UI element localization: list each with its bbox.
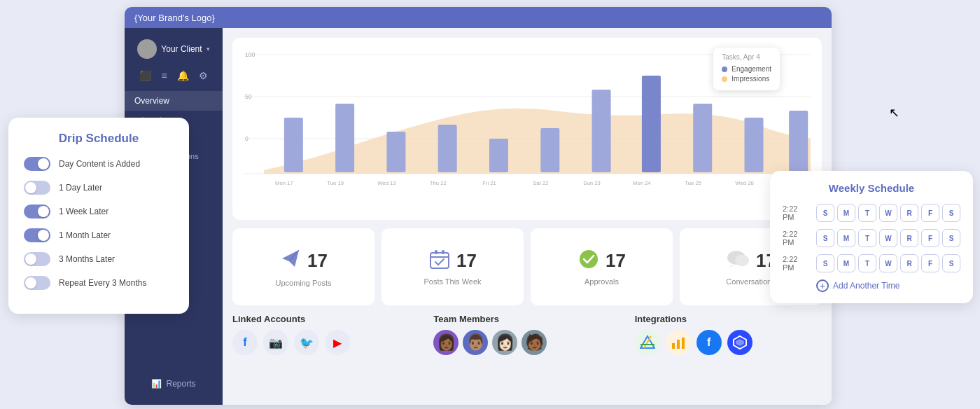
team-members-section: Team Members 👩🏾 👨🏽 👩🏻 🧑🏾 <box>433 314 620 355</box>
stat-number-upcoming: 17 <box>307 250 328 272</box>
team-avatars: 👩🏾 👨🏽 👩🏻 🧑🏾 <box>433 330 620 355</box>
day-T3[interactable]: T <box>858 254 876 272</box>
youtube-icon: ▶ <box>333 336 342 349</box>
sidebar-icon-row: ⬛ ≡ 🔔 ⚙ <box>139 70 207 81</box>
day-F1[interactable]: F <box>921 204 939 222</box>
day-S2[interactable]: S <box>942 204 960 222</box>
svg-text:0: 0 <box>245 135 248 142</box>
toggle-1day[interactable] <box>24 181 50 195</box>
chevron-down-icon: ▾ <box>206 46 210 53</box>
day-T2[interactable]: T <box>858 229 876 247</box>
day-S3[interactable]: S <box>816 229 834 247</box>
day-W3[interactable]: W <box>879 254 897 272</box>
sidebar-client[interactable]: Your Client ▾ <box>137 39 209 59</box>
svg-point-22 <box>580 250 598 268</box>
day-M3[interactable]: M <box>837 254 855 272</box>
main-content: Tasks, Apr 4 Engagement Impressions <box>223 28 832 405</box>
toggle-3months[interactable] <box>24 252 50 266</box>
list-icon[interactable]: ≡ <box>161 70 167 81</box>
toggle-1month[interactable] <box>24 228 50 242</box>
day-S6[interactable]: S <box>942 254 960 272</box>
drip-label-0: Day Content is Added <box>59 159 140 169</box>
day-S5[interactable]: S <box>816 254 834 272</box>
bar-3 <box>386 132 405 172</box>
window-title: {Your Brand's Logo} <box>134 13 215 23</box>
social-twitter[interactable]: 🐦 <box>294 330 319 355</box>
svg-text:Tue 25: Tue 25 <box>685 180 701 186</box>
day-S4[interactable]: S <box>942 229 960 247</box>
schedule-time-1: 2:22 PM <box>783 230 811 247</box>
svg-text:Mon 24: Mon 24 <box>633 180 651 186</box>
bar-6 <box>540 128 559 172</box>
day-T1[interactable]: T <box>858 204 876 222</box>
analytics-icon <box>671 335 686 350</box>
day-buttons-1: S M T W R F S <box>816 229 960 247</box>
social-youtube[interactable]: ▶ <box>325 330 350 355</box>
stat-approvals: 17 Approvals <box>531 228 673 305</box>
svg-text:Wed 13: Wed 13 <box>377 180 396 186</box>
day-M1[interactable]: M <box>837 204 855 222</box>
toggle-repeat[interactable] <box>24 276 50 290</box>
svg-rect-30 <box>682 338 685 349</box>
tooltip-impressions: Impressions <box>722 75 771 83</box>
day-R1[interactable]: R <box>900 204 918 222</box>
sidebar-item-reports[interactable]: 📊 Reports <box>141 374 205 394</box>
day-F2[interactable]: F <box>921 229 939 247</box>
sidebar-item-overview[interactable]: Overview <box>125 91 223 111</box>
svg-rect-28 <box>672 343 675 349</box>
day-buttons-2: S M T W R F S <box>816 254 960 272</box>
weekly-schedule-card: Weekly Schedule 2:22 PM S M T W R F S 2:… <box>770 171 973 303</box>
drip-item-4: 3 Months Later <box>24 252 174 266</box>
engagement-dot <box>722 67 727 72</box>
day-R2[interactable]: R <box>900 229 918 247</box>
tooltip-title: Tasks, Apr 4 <box>722 53 771 61</box>
integration-icons: f <box>635 330 822 355</box>
day-M2[interactable]: M <box>837 229 855 247</box>
schedule-row-1: 2:22 PM S M T W R F S <box>783 229 960 247</box>
stat-main-conversations: 17 <box>725 248 776 273</box>
svg-marker-32 <box>736 339 744 346</box>
integration-analytics[interactable] <box>666 330 691 355</box>
schedule-row-2: 2:22 PM S M T W R F S <box>783 254 960 272</box>
day-W2[interactable]: W <box>879 229 897 247</box>
svg-text:Sat 22: Sat 22 <box>533 180 548 186</box>
bar-9 <box>693 104 712 172</box>
social-facebook[interactable]: f <box>232 330 258 355</box>
toggle-day-content[interactable] <box>24 157 50 171</box>
svg-point-24 <box>735 255 749 266</box>
drip-schedule-title: Drip Schedule <box>24 132 174 146</box>
svg-line-26 <box>644 336 651 348</box>
stat-label-week: Posts This Week <box>424 277 481 286</box>
linked-accounts-section: Linked Accounts f 📷 🐦 ▶ <box>232 314 419 355</box>
day-F3[interactable]: F <box>921 254 939 272</box>
facebook-integration-icon: f <box>707 336 710 349</box>
svg-text:100: 100 <box>245 51 255 58</box>
social-instagram[interactable]: 📷 <box>263 330 288 355</box>
toggle-1week[interactable] <box>24 204 50 219</box>
engagement-label: Engagement <box>732 65 771 73</box>
add-time-label: Add Another Time <box>833 281 899 291</box>
twitter-icon: 🐦 <box>300 336 314 349</box>
integration-facebook[interactable]: f <box>696 330 722 355</box>
client-name: Your Client <box>161 44 202 54</box>
bar-8 <box>642 76 661 172</box>
day-W1[interactable]: W <box>879 204 897 222</box>
svg-text:Wed 28: Wed 28 <box>735 180 754 186</box>
weekly-schedule-title: Weekly Schedule <box>783 182 960 194</box>
add-another-time[interactable]: + Add Another Time <box>783 279 960 292</box>
drip-label-2: 1 Week Later <box>59 207 108 216</box>
stat-upcoming-posts: 17 Upcoming Posts <box>232 228 374 305</box>
integrations-title: Integrations <box>635 314 822 324</box>
day-R3[interactable]: R <box>900 254 918 272</box>
sidebar-bottom: 📊 Reports <box>141 374 205 394</box>
day-S1[interactable]: S <box>816 204 834 222</box>
team-member-1: 👩🏾 <box>433 330 458 355</box>
team-member-4: 🧑🏾 <box>522 330 547 355</box>
drip-schedule-card: Drip Schedule Day Content is Added 1 Day… <box>8 118 189 314</box>
chart-card: Tasks, Apr 4 Engagement Impressions <box>232 38 822 220</box>
integration-buffer[interactable] <box>727 330 752 355</box>
monitor-icon[interactable]: ⬛ <box>139 70 151 81</box>
bell-icon[interactable]: 🔔 <box>177 70 189 81</box>
gear-icon[interactable]: ⚙ <box>199 70 208 81</box>
integration-gdrive[interactable] <box>635 330 660 355</box>
